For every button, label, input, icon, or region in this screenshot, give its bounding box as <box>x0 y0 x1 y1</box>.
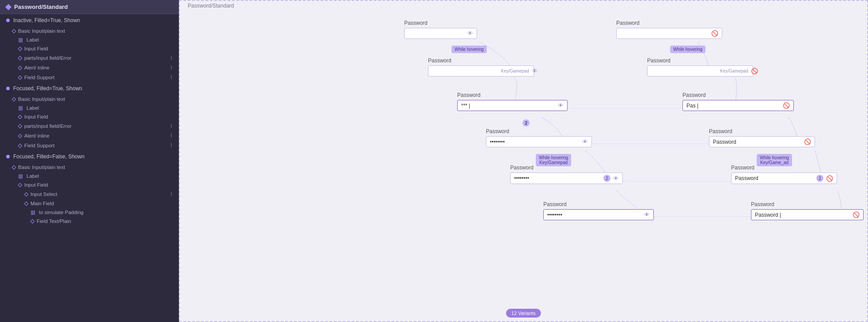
pw-input-field-3[interactable] <box>432 68 498 74</box>
sidebar-item-s1-i2[interactable]: ||| Label <box>0 35 179 44</box>
pw-widget-12: Password 🚫 <box>751 201 864 220</box>
eye-show-icon-5[interactable]: 👁 <box>558 102 564 109</box>
pw-input-field-7[interactable] <box>490 139 580 145</box>
sidebar-item-s3-i4[interactable]: Input Select ⌇ <box>0 189 179 199</box>
pw-input-field-10[interactable] <box>735 175 814 181</box>
diamond-icon <box>12 97 16 101</box>
section-group-1: Inactive, Filled=True, Shown Basic Input… <box>0 14 179 82</box>
sidebar-item-s2-i6[interactable]: Field Support ⌇ <box>0 141 179 150</box>
diamond-icon <box>24 201 29 206</box>
sidebar-item-s2-i5[interactable]: Alert/ inline ⌇ <box>0 131 179 141</box>
bar-icon: ||| <box>31 210 36 215</box>
item-label: Field Support <box>24 143 54 148</box>
diamond-icon <box>12 29 16 33</box>
pw-input-field-1[interactable] <box>408 31 465 37</box>
pw-widget-1: Password 👁 <box>404 20 477 39</box>
diamond-icon <box>12 165 16 169</box>
sidebar-item-s1-i1[interactable]: Basic Input/plain text <box>0 27 179 35</box>
pw-input-12[interactable]: 🚫 <box>751 209 864 220</box>
eye-hide-icon-6[interactable]: 🚫 <box>783 102 790 109</box>
eye-show-icon-7[interactable]: 👁 <box>582 138 588 145</box>
section-header-1: Inactive, Filled=True, Shown <box>0 14 179 27</box>
pw-label-7: Password <box>486 128 592 134</box>
eye-show-icon-11[interactable]: 👁 <box>644 211 650 218</box>
bar-icon: ||| <box>19 37 24 42</box>
sidebar-item-s3-i2[interactable]: ||| Label <box>0 172 179 180</box>
sidebar-item-s3-i7[interactable]: Field Text/Plain <box>0 217 179 226</box>
key-gamepad-badge-1: Key/Gamepad <box>501 69 529 73</box>
sidebar-item-s3-i3[interactable]: Input Field <box>0 180 179 189</box>
section-label-3: Focused, Filled=False, Shown <box>13 153 84 160</box>
diamond-icon <box>18 56 23 60</box>
pw-label-3: Password <box>428 58 534 64</box>
pw-input-5[interactable]: 👁 <box>457 100 568 111</box>
pw-input-7[interactable]: 👁 <box>486 136 592 147</box>
tooltip-while-hovering-2: While hovering <box>670 46 705 53</box>
pw-input-9[interactable]: 2 👁 <box>510 172 623 184</box>
tilde-icon: ⌇ <box>170 142 173 149</box>
section-label-1: Inactive, Filled=True, Shown <box>13 17 80 23</box>
eye-hide-icon-10[interactable]: 🚫 <box>826 175 833 182</box>
eye-hide-icon-2[interactable]: 🚫 <box>711 30 718 37</box>
pw-label-6: Password <box>682 92 794 98</box>
pw-input-field-6[interactable] <box>686 103 780 109</box>
pw-input-field-9[interactable] <box>514 175 601 181</box>
item-label: to simulate Padding <box>39 210 83 215</box>
section-dot-3 <box>6 155 10 158</box>
pw-input-11[interactable]: 👁 <box>543 209 654 220</box>
sidebar-item-s1-i5[interactable]: Alert/ inline ⌇ <box>0 63 179 73</box>
badge-2-w10: 2 <box>816 175 823 182</box>
sidebar-item-s3-i1[interactable]: Basic Input/plain text <box>0 163 179 172</box>
pw-input-field-4[interactable] <box>651 68 717 74</box>
pw-input-field-12[interactable] <box>755 212 850 218</box>
pw-input-8[interactable]: 🚫 <box>709 136 815 147</box>
eye-hide-icon-4[interactable]: 🚫 <box>751 68 758 74</box>
item-label: Basic Input/plain text <box>18 165 65 170</box>
pw-widget-5: Password 👁 <box>457 92 568 111</box>
diamond-icon <box>18 115 23 119</box>
eye-hide-icon-8[interactable]: 🚫 <box>804 138 811 145</box>
tilde-icon: ⌇ <box>170 123 173 129</box>
tilde-icon: ⌇ <box>170 74 173 80</box>
item-label: Field Support <box>24 75 54 80</box>
diamond-icon <box>18 134 23 138</box>
pw-widget-11: Password 👁 <box>543 201 654 220</box>
pw-input-field-5[interactable] <box>461 103 555 109</box>
eye-show-icon-9[interactable]: 👁 <box>613 175 619 182</box>
item-label: Label <box>27 173 39 179</box>
sidebar-item-s2-i2[interactable]: ||| Label <box>0 104 179 112</box>
sidebar-item-s1-i6[interactable]: Field Support ⌇ <box>0 73 179 82</box>
sidebar-item-s2-i1[interactable]: Basic Input/plain text <box>0 95 179 104</box>
eye-show-icon-3[interactable]: 👁 <box>532 68 538 74</box>
section-group-2: Focused, Filled=True, Shown Basic Input/… <box>0 82 179 150</box>
diamond-icon <box>18 75 23 80</box>
sidebar-item-s2-i4[interactable]: parts/input field/Error ⌇ <box>0 121 179 131</box>
pw-input-field-8[interactable] <box>713 139 801 145</box>
item-label: Label <box>27 105 39 111</box>
item-label: Input Field <box>24 182 48 188</box>
pw-input-2[interactable]: 🚫 <box>616 28 722 39</box>
item-label: parts/input field/Error <box>24 55 72 61</box>
pw-input-1[interactable]: 👁 <box>404 28 477 39</box>
pw-input-field-2[interactable] <box>620 31 709 37</box>
badge-2-w5: 2 <box>523 119 530 126</box>
pw-input-4[interactable]: Key/Gamepad 🚫 <box>647 65 753 77</box>
pw-input-10[interactable]: 2 🚫 <box>731 172 837 184</box>
tilde-icon: ⌇ <box>170 133 173 139</box>
sidebar-item-s3-i6[interactable]: ||| to simulate Padding <box>0 208 179 217</box>
item-label: Input Field <box>24 114 48 119</box>
bottom-variant-badge: 12 Variants <box>506 309 541 318</box>
pw-input-6[interactable]: 🚫 <box>682 100 794 111</box>
section-group-3: Focused, Filled=False, Shown Basic Input… <box>0 150 179 226</box>
sidebar-item-s1-i3[interactable]: Input Field <box>0 44 179 53</box>
eye-show-icon-1[interactable]: 👁 <box>467 30 473 37</box>
sidebar-item-s2-i3[interactable]: Input Field <box>0 112 179 121</box>
pw-input-3[interactable]: Key/Gamepad 👁 <box>428 65 534 77</box>
key-gamepad-badge-2: Key/Gamepad <box>720 69 748 73</box>
sidebar: Password/Standard Inactive, Filled=True,… <box>0 0 179 322</box>
sidebar-item-s3-i5[interactable]: Main Field <box>0 199 179 208</box>
pw-widget-7: Password 👁 <box>486 128 592 147</box>
pw-input-field-11[interactable] <box>547 212 641 218</box>
sidebar-item-s1-i4[interactable]: parts/input field/Error ⌇ <box>0 53 179 63</box>
eye-hide-icon-12[interactable]: 🚫 <box>853 211 860 218</box>
